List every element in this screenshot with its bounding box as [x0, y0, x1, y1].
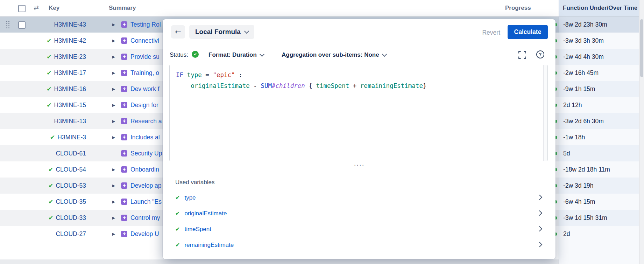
variable-item[interactable]: ✔type	[175, 190, 547, 206]
formula-token: -	[250, 82, 261, 89]
issue-key-link[interactable]: H3MINE-16	[54, 85, 86, 93]
expand-chevron-icon[interactable]: ▶	[111, 49, 117, 65]
issue-key-link[interactable]: CLOUD-53	[56, 182, 86, 189]
help-icon: ?	[539, 52, 542, 57]
column-header-summary[interactable]: Summary	[109, 5, 136, 12]
issue-key-link[interactable]: H3MINE-43	[54, 21, 86, 28]
vertical-scrollbar-track[interactable]	[639, 0, 644, 264]
function-cell[interactable]: -1w 4d 4h 30m	[559, 49, 639, 65]
function-cell[interactable]: -3w 1d 15h 31m	[559, 210, 639, 226]
expand-chevron-icon[interactable]: ▶	[111, 226, 117, 242]
variable-name-link[interactable]: originalEstimate	[184, 210, 227, 217]
summary-link[interactable]: Training, o	[130, 65, 159, 81]
chevron-right-icon[interactable]	[537, 226, 543, 232]
drag-handle-icon[interactable]	[6, 21, 9, 28]
horizontal-scrollbar-track[interactable]	[0, 259, 559, 264]
swap-columns-icon[interactable]: ⇄	[34, 4, 39, 11]
revert-button[interactable]: Revert	[482, 29, 500, 36]
summary-link[interactable]: Design for	[130, 97, 158, 113]
variable-name-link[interactable]: timeSpent	[184, 226, 211, 233]
function-cell[interactable]: -3w 2d 6h 30m	[559, 113, 639, 129]
formula-editor[interactable]: IF type = "epic" : originalEstimate - SU…	[169, 65, 548, 161]
key-cell: ✔H3MINE-42	[33, 33, 86, 49]
expand-chevron-icon[interactable]: ▶	[111, 65, 117, 81]
expand-chevron-icon[interactable]: ▶	[111, 194, 117, 210]
format-dropdown[interactable]: Format: Duration	[208, 51, 264, 58]
chevron-right-icon[interactable]	[537, 242, 543, 248]
row-checkbox[interactable]	[18, 21, 26, 29]
summary-link[interactable]: Includes al	[130, 129, 160, 145]
issue-key-link[interactable]: H3MINE-13	[54, 118, 86, 125]
summary-link[interactable]: Security Up	[130, 145, 162, 161]
expand-chevron-icon[interactable]: ▶	[111, 129, 117, 145]
issue-key-link[interactable]: H3MINE-17	[54, 69, 86, 77]
issue-key-link[interactable]: CLOUD-33	[56, 214, 86, 222]
issue-key-link[interactable]: H3MINE-15	[54, 102, 86, 109]
function-cell[interactable]: -1w 18h	[559, 129, 639, 145]
issue-key-link[interactable]: H3MINE-23	[54, 53, 86, 61]
summary-link[interactable]: Onboardin	[130, 161, 159, 178]
chevron-right-icon[interactable]	[537, 210, 543, 216]
fullscreen-button[interactable]	[518, 51, 526, 59]
epic-icon	[121, 102, 127, 108]
issue-key-link[interactable]: CLOUD-54	[56, 166, 86, 173]
summary-link[interactable]: Connectivi	[130, 33, 159, 49]
select-all-checkbox[interactable]	[18, 5, 26, 12]
formula-token: #children	[272, 82, 305, 89]
variable-item[interactable]: ✔originalEstimate	[175, 206, 547, 221]
back-button[interactable]: ←	[171, 25, 185, 39]
issue-key-link[interactable]: H3MINE-3	[57, 134, 86, 141]
issue-key-link[interactable]: H3MINE-42	[54, 37, 86, 44]
aggregation-dropdown[interactable]: Aggregation over sub-items: None	[282, 51, 386, 58]
summary-link[interactable]: Dev work f	[130, 81, 160, 97]
function-cell[interactable]: -2w 3d 19h	[559, 178, 639, 194]
function-cell[interactable]: -9w 1h 15m	[559, 81, 639, 97]
summary-link[interactable]: Testing Rol	[130, 16, 161, 33]
function-cell[interactable]: 2d 12h	[559, 97, 639, 113]
expand-chevron-icon[interactable]: ▶	[111, 210, 117, 226]
column-header-function[interactable]: Function Under/Over Time	[559, 0, 639, 16]
function-cell[interactable]: -6w 4h 15m	[559, 194, 639, 210]
calculate-button[interactable]: Calculate	[508, 25, 548, 39]
key-cell: ✔CLOUD-35	[33, 194, 86, 210]
expand-chevron-icon[interactable]: ▶	[111, 113, 117, 129]
expand-chevron-icon[interactable]: ▶	[111, 97, 117, 113]
function-cell[interactable]: -3w 3d 3h 30m	[559, 33, 639, 49]
editor-scrollbar-track[interactable]	[543, 65, 547, 161]
done-check-icon: ✔	[47, 54, 51, 60]
issue-key-link[interactable]: CLOUD-61	[56, 150, 86, 157]
function-cell[interactable]: -2w 16h 45m	[559, 65, 639, 81]
vertical-scrollbar-thumb[interactable]	[640, 19, 643, 77]
summary-link[interactable]: Develop ap	[130, 178, 162, 194]
expand-chevron-icon[interactable]: ▶	[111, 161, 117, 178]
function-cell[interactable]: 5d	[559, 145, 639, 161]
function-column-cells: -8w 2d 23h 30m-3w 3d 3h 30m-1w 4d 4h 30m…	[559, 16, 639, 264]
variable-name-link[interactable]: type	[184, 194, 196, 201]
expand-chevron-icon[interactable]: ▶	[111, 33, 117, 49]
function-cell[interactable]: -18w 2d 18h 11m	[559, 161, 639, 178]
issue-key-link[interactable]: CLOUD-27	[56, 230, 86, 238]
issue-key-link[interactable]: CLOUD-35	[56, 198, 86, 206]
help-button[interactable]: ?	[536, 50, 544, 58]
variable-name-link[interactable]: remainingEstimate	[184, 242, 234, 249]
summary-link[interactable]: Launch "Es	[130, 194, 162, 210]
column-header-key[interactable]: Key	[49, 5, 59, 12]
chevron-right-icon[interactable]	[537, 195, 543, 200]
column-header-progress[interactable]: Progress	[505, 5, 531, 12]
expand-chevron-icon[interactable]: ▶	[111, 16, 117, 33]
function-cell[interactable]: 2d	[559, 226, 639, 242]
expand-chevron-icon[interactable]: ▶	[111, 81, 117, 97]
summary-link[interactable]: Research a	[130, 113, 162, 129]
formula-name-dropdown[interactable]: Local Formula	[189, 25, 254, 39]
summary-link[interactable]: Control my	[130, 210, 160, 226]
summary-link[interactable]: Provide su	[130, 49, 160, 65]
variable-item[interactable]: ✔timeSpent	[175, 221, 547, 237]
table-header: ⇄ Key Summary Progress	[0, 0, 559, 17]
formula-code[interactable]: IF type = "epic" : originalEstimate - SU…	[170, 65, 547, 96]
resize-handle[interactable]: ····	[163, 162, 555, 167]
function-cell[interactable]: -8w 2d 23h 30m	[559, 16, 639, 33]
variable-item[interactable]: ✔remainingEstimate	[175, 237, 547, 253]
summary-link[interactable]: Develop U	[130, 226, 159, 242]
key-cell: ✔H3MINE-17	[33, 65, 86, 81]
expand-chevron-icon[interactable]: ▶	[111, 178, 117, 194]
